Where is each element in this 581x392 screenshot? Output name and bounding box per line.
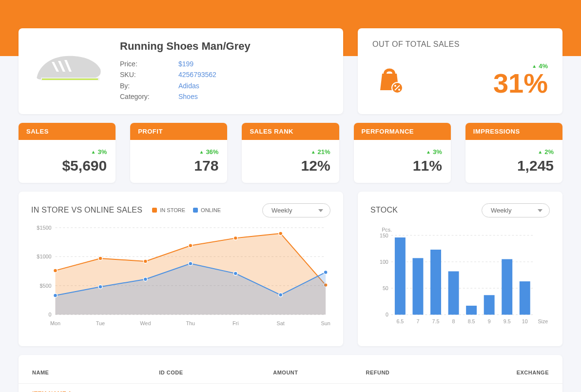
metric-sales-title: SALES	[19, 123, 116, 140]
th-refund: REFUND	[356, 366, 446, 384]
svg-text:7.5: 7.5	[432, 318, 440, 324]
svg-point-30	[189, 261, 193, 265]
metric-impressions-change: 2%	[538, 148, 554, 156]
sales-chart-card: IN STORE VS ONLINE SALES IN STORE ONLINE…	[19, 192, 343, 346]
svg-point-33	[324, 270, 328, 274]
table-row[interactable]: ITEM NAME 1 0022334455 26 0 4	[19, 383, 562, 392]
svg-rect-47	[430, 250, 441, 314]
th-name: NAME	[19, 366, 149, 384]
svg-text:9.5: 9.5	[504, 318, 511, 324]
svg-text:100: 100	[380, 258, 388, 264]
total-sales-value: 31%	[493, 70, 548, 97]
sales-chart-legend: IN STORE ONLINE	[152, 207, 221, 213]
product-info: Running Shoes Man/Grey Price:$199 SKU:42…	[120, 40, 251, 102]
stock-chart-card: STOCK Weekly Pcs.1501005006.577.588.599.…	[358, 192, 562, 346]
metric-impressions: IMPRESSIONS 2%1,245	[465, 123, 562, 183]
svg-text:6.5: 6.5	[396, 318, 404, 324]
legend-instore-color	[152, 208, 157, 213]
sku-value: 4256793562	[178, 69, 216, 80]
svg-text:$1000: $1000	[37, 254, 51, 259]
cell-amount: 26	[263, 383, 356, 392]
metric-performance: PERFORMANCE 3%11%	[354, 123, 451, 183]
svg-text:Fri: Fri	[232, 320, 239, 326]
metric-performance-change: 3%	[426, 148, 442, 156]
svg-text:$500: $500	[39, 282, 51, 288]
sales-chart-dropdown[interactable]: Weekly	[262, 203, 330, 217]
product-card: Running Shoes Man/Grey Price:$199 SKU:42…	[19, 28, 343, 114]
line-chart: $1500$1000$5000MonTueWedThuFriSatSun	[31, 222, 330, 330]
svg-text:10: 10	[522, 318, 528, 324]
svg-text:Size: Size	[538, 318, 548, 324]
metric-profit-change: 36%	[199, 148, 218, 156]
svg-rect-45	[412, 258, 423, 314]
stock-chart-title: STOCK	[370, 206, 398, 215]
svg-text:Thu: Thu	[186, 320, 195, 326]
metric-sales-rank-change: 21%	[311, 148, 330, 156]
bar-chart: Pcs.1501005006.577.588.599.510Size	[370, 222, 550, 330]
svg-text:Mon: Mon	[50, 320, 60, 326]
total-sales-title: OUT OF TOTAL SALES	[372, 40, 548, 49]
cell-exchange: 4	[446, 383, 562, 392]
price-label: Price:	[120, 59, 178, 69]
cell-idcode: 0022334455	[149, 383, 263, 392]
cell-name: ITEM NAME 1	[19, 383, 149, 392]
svg-text:$1500: $1500	[37, 224, 51, 230]
svg-text:8.5: 8.5	[468, 318, 475, 324]
metric-profit: PROFIT 36%178	[130, 123, 227, 183]
stock-chart-dropdown[interactable]: Weekly	[482, 203, 550, 217]
svg-text:Wed: Wed	[140, 320, 151, 326]
svg-text:Sun: Sun	[321, 320, 330, 326]
svg-text:150: 150	[380, 232, 388, 238]
by-value: Adidas	[178, 80, 199, 91]
svg-text:0: 0	[386, 312, 388, 317]
svg-point-28	[98, 285, 102, 289]
by-label: By:	[120, 80, 178, 91]
svg-rect-53	[484, 295, 495, 314]
svg-point-27	[54, 294, 58, 297]
svg-text:8: 8	[452, 318, 455, 324]
svg-text:50: 50	[383, 285, 388, 291]
legend-online: ONLINE	[201, 207, 221, 213]
metric-sales-rank-title: SALES RANK	[242, 123, 339, 140]
metric-sales: SALES 3%$5,690	[19, 123, 116, 183]
svg-rect-55	[502, 259, 512, 314]
svg-text:7: 7	[416, 318, 419, 324]
metric-performance-value: 11%	[363, 157, 442, 174]
items-table: NAME ID CODE AMOUNT REFUND EXCHANGE ITEM…	[19, 366, 562, 392]
legend-instore: IN STORE	[160, 207, 185, 213]
svg-point-2	[394, 85, 396, 87]
price-value: $199	[178, 59, 194, 69]
metric-sales-rank-value: 12%	[251, 157, 330, 174]
svg-rect-51	[466, 306, 477, 314]
svg-point-25	[279, 231, 283, 235]
svg-rect-49	[448, 271, 459, 314]
items-table-card: NAME ID CODE AMOUNT REFUND EXCHANGE ITEM…	[19, 355, 562, 392]
metric-performance-title: PERFORMANCE	[354, 123, 451, 140]
metric-sales-value: $5,690	[27, 157, 107, 174]
th-exchange: EXCHANGE	[446, 366, 562, 384]
metric-impressions-title: IMPRESSIONS	[465, 123, 562, 140]
svg-text:9: 9	[488, 318, 491, 324]
category-label: Category:	[120, 91, 178, 102]
total-sales-card: OUT OF TOTAL SALES 4% 31%	[358, 28, 562, 114]
svg-point-3	[398, 89, 400, 91]
category-value: Shoes	[178, 91, 198, 102]
svg-point-24	[233, 236, 237, 240]
svg-rect-57	[520, 281, 530, 314]
svg-point-22	[143, 259, 147, 263]
metric-profit-value: 178	[139, 157, 218, 174]
svg-point-23	[189, 243, 193, 247]
metric-profit-title: PROFIT	[130, 123, 227, 140]
svg-point-20	[54, 269, 58, 273]
svg-text:Sat: Sat	[277, 320, 285, 326]
product-title: Running Shoes Man/Grey	[120, 40, 251, 53]
product-image	[32, 40, 105, 89]
svg-point-32	[279, 293, 283, 296]
legend-online-color	[193, 208, 198, 213]
svg-text:Pcs.: Pcs.	[382, 227, 392, 233]
svg-point-21	[98, 256, 102, 260]
cell-refund: 0	[356, 383, 446, 392]
svg-text:Tue: Tue	[96, 320, 105, 326]
svg-text:0: 0	[49, 312, 52, 317]
svg-point-29	[143, 277, 147, 281]
